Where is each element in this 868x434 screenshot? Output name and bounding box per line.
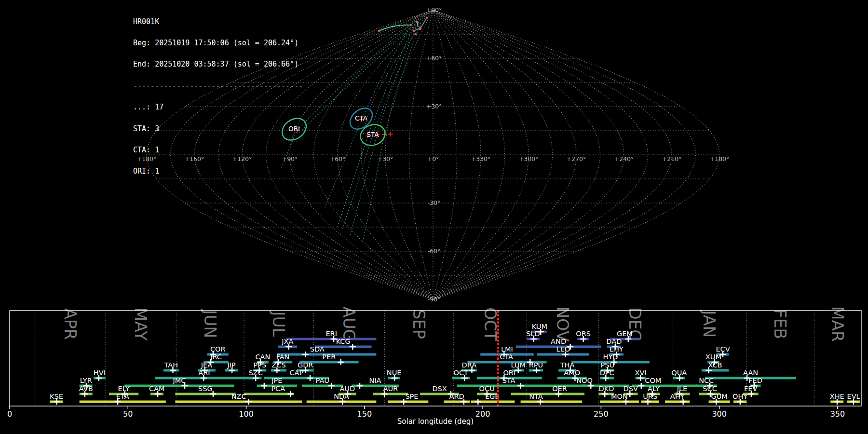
shower-label-NIA: NIA: [369, 377, 381, 384]
shower-label-CAM: CAM: [149, 385, 165, 393]
sky-longitude-label: +210°: [662, 155, 682, 163]
x-axis-tick-label: 250: [594, 409, 609, 419]
sky-longitude-label: +180°: [710, 155, 730, 163]
shower-peak-CAP: [307, 375, 313, 381]
shower-label-NDA: NDA: [334, 393, 349, 400]
shower-peak-EGE: [475, 399, 481, 405]
x-axis-tick-label: 350: [830, 409, 845, 419]
sky-longitude-label: +240°: [614, 155, 634, 163]
shower-label-KUM: KUM: [532, 323, 547, 330]
shower-label-JIP: JIP: [227, 361, 236, 369]
shower-label-ERI: ERI: [326, 330, 337, 338]
shower-label-ARD: ARD: [449, 393, 464, 400]
shower-label-KCG: KCG: [336, 338, 351, 345]
shower-bar-SPE: [388, 401, 428, 403]
sky-latitude-label: +90°: [426, 6, 442, 14]
shower-label-QUA: QUA: [671, 369, 687, 377]
shower-label-COR: COR: [210, 345, 226, 353]
shower-bar-SSG: [175, 393, 235, 395]
shower-label-SLD: SLD: [526, 330, 540, 338]
shower-label-STA: STA: [502, 377, 515, 384]
sky-latitude-label: +30°: [426, 103, 442, 110]
sky-grid-meridian: [433, 10, 457, 299]
shower-label-JXA: JXA: [281, 338, 293, 345]
shower-bar-AUR: [373, 393, 408, 395]
end-time: End: 20251020 03:58:37 (sol = 206.66°): [133, 61, 303, 68]
x-axis-tick-label: 50: [123, 409, 133, 419]
shower-label-XCB: XCB: [708, 361, 722, 369]
activity-chart: APRMAYJUNJULAUGSEPOCTNOVDECJANFEBMARKUME…: [7, 306, 861, 426]
shower-label-SCC: SCC: [703, 385, 717, 393]
shower-bar-MON: [600, 401, 639, 403]
meteor-endpoint-dot: [410, 24, 412, 27]
begin-time: Beg: 20251019 17:50:06 (sol = 206.24°): [133, 40, 303, 47]
shower-label-OCU: OCU: [479, 385, 495, 393]
meteor-endpoint-dot: [415, 33, 417, 36]
shower-peak-SDA: [302, 352, 309, 357]
sky-longitude-label: +330°: [471, 155, 491, 163]
shower-label-XHE: XHE: [830, 393, 844, 400]
count-cta: CTA: 1: [133, 147, 303, 154]
radiant-label-STA: STA: [366, 131, 379, 138]
x-axis-tick-label: 100: [239, 409, 254, 419]
screenshot-root: +180°+150°+120°+90°+60°+30°+0°+330°+300°…: [0, 0, 868, 434]
sky-grid-meridian: [433, 10, 505, 299]
shower-label-AMO: AMO: [564, 369, 580, 377]
shower-label-OCT: OCT: [454, 369, 469, 377]
shower-peak-COM: [638, 383, 644, 389]
shower-bars: KUMERISLDORSGEMJXAKCGANDDADCORSDALMILEOE…: [50, 323, 860, 405]
shower-label-GUM: GUM: [711, 393, 727, 400]
observation-info-block: HR001K Beg: 20251019 17:50:06 (sol = 206…: [133, 4, 303, 190]
shower-label-PPS: PPS: [253, 361, 266, 369]
shower-label-CAP: CAP: [289, 369, 303, 377]
sky-longitude-label: +0°: [427, 155, 439, 163]
shower-label-FED: FED: [748, 377, 762, 384]
shower-peak-NZC: [245, 399, 252, 405]
shower-bar-ETA: [80, 401, 166, 403]
meteor-endpoint-dot: [416, 21, 419, 24]
shower-label-THA: THA: [560, 361, 575, 369]
shower-label-NZC: NZC: [231, 393, 246, 400]
shower-label-DRA: DRA: [462, 361, 477, 369]
shower-label-PCA: PCA: [271, 385, 285, 393]
shower-label-GEM: GEM: [617, 330, 633, 338]
shower-label-DPC: DPC: [600, 369, 614, 377]
shower-label-URS: URS: [643, 393, 657, 400]
shower-label-ALY: ALY: [648, 385, 660, 393]
shower-label-ORS: ORS: [576, 330, 591, 338]
shower-label-HYD: HYD: [603, 353, 618, 361]
shower-label-ORI: ORI: [503, 369, 515, 377]
shower-label-SSG: SSG: [198, 385, 213, 393]
x-axis-tick-label: 200: [475, 409, 490, 419]
month-label-AUG: AUG: [339, 307, 358, 341]
shower-label-OHY: OHY: [732, 393, 747, 400]
shower-label-PAU: PAU: [316, 377, 329, 384]
shower-label-CAN: CAN: [255, 353, 270, 361]
sky-grid-meridian: [362, 10, 434, 299]
month-label-MAR: MAR: [828, 306, 847, 342]
shower-label-JRC: JRC: [210, 353, 222, 361]
shower-label-GDR: GDR: [298, 361, 313, 369]
shower-label-FEV: FEV: [744, 385, 758, 393]
month-label-JUN: JUN: [201, 309, 219, 339]
month-label-JAN: JAN: [700, 310, 719, 338]
shower-label-SDA: SDA: [310, 345, 325, 353]
shower-label-AND: AND: [551, 338, 566, 345]
shower-peak-JPE: [261, 383, 267, 389]
sky-latitude-label: -90°: [428, 296, 441, 303]
month-label-JUL: JUL: [269, 311, 288, 337]
shower-label-NOO: NOO: [576, 377, 593, 384]
shower-label-SZC: SZC: [249, 369, 263, 377]
shower-label-NTA: NTA: [529, 393, 543, 400]
meteor-endpoint-dot: [413, 30, 415, 32]
shower-label-AVB: AVB: [79, 385, 93, 393]
month-label-FEB: FEB: [771, 309, 789, 339]
x-axis-tick-label: 150: [357, 409, 372, 419]
shower-label-PSU: PSU: [601, 361, 615, 369]
shower-label-NUE: NUE: [387, 369, 402, 377]
sky-longitude-label: +60°: [330, 155, 346, 163]
sky-latitude-labels: +90°+60°+30°-30°-60°-90°: [426, 6, 442, 303]
shower-label-ZCS: ZCS: [271, 361, 285, 369]
meteor-endpoint-dot: [420, 27, 422, 29]
shower-label-JLE: JLE: [677, 385, 688, 393]
